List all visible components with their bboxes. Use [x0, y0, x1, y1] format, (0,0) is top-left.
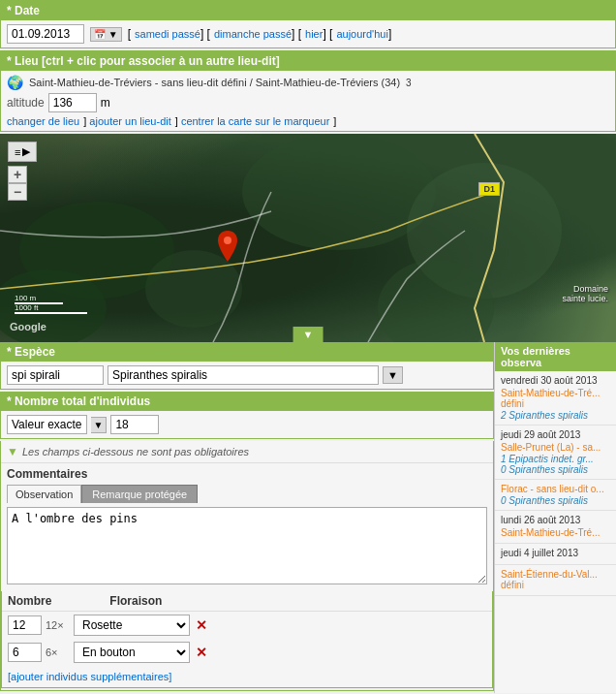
svg-text:100 m: 100 m [15, 294, 37, 302]
obs-entry-0: vendredi 30 août 2013 Saint-Mathieu-de-T… [495, 371, 616, 426]
triangle-icon: ▼ [7, 445, 18, 458]
left-panel: * Espèce ▼ * Nombre total d'individus Va… [0, 342, 494, 693]
lieu-header: * Lieu [ctrl + clic pour associer à un a… [1, 51, 615, 71]
date-link-1[interactable]: dimanche passé [214, 28, 292, 40]
nf-number-1[interactable] [8, 615, 42, 635]
nf-nombre-header: Nombre [8, 594, 51, 608]
lieu-content: altitude 🌍 Saint-Mathieu-de-Tréviers - s… [1, 71, 615, 131]
tab-observation[interactable]: Observation [7, 485, 81, 503]
zoom-out-button[interactable]: − [8, 183, 27, 201]
nf-row-2: 6× Rosette En bouton En fleur Fructifica… [2, 639, 492, 666]
nf-multiplier-2: 6× [46, 647, 70, 658]
valeur-select: Valeur exacte [7, 415, 87, 434]
add-individu-link[interactable]: [ajouter individus supplémentaires] [8, 671, 171, 682]
nf-floraison-select-2[interactable]: Rosette En bouton En fleur Fructificatio… [74, 642, 190, 663]
date-header: * Date [1, 1, 615, 20]
date-input[interactable] [7, 24, 84, 44]
espece-dropdown-button[interactable]: ▼ [383, 366, 403, 384]
obs-entry-4: jeudi 4 juillet 2013 [495, 544, 616, 565]
obs-entry-1: jeudi 29 août 2013 Salle-Prunet (La) - s… [495, 426, 616, 480]
date-row: 📅 ▼ [samedi passé] [dimanche passé] [hie… [1, 20, 615, 47]
commentaires-label: Commentaires [7, 467, 487, 481]
individus-section: * Nombre total d'individus Valeur exacte… [0, 392, 494, 439]
lieu-row: 🌍 Saint-Mathieu-de-Tréviers - sans lieu-… [7, 75, 609, 90]
obs-entry-2: Florac - sans lieu-dit o... 0 Spiranthes… [495, 480, 616, 511]
lieu-links: changer de lieu] ajouter un lieu-dit] ce… [7, 115, 609, 127]
svg-text:1000 ft: 1000 ft [15, 303, 39, 312]
espece-section: * Espèce ▼ [0, 342, 494, 390]
nf-delete-2[interactable]: ✕ [196, 645, 207, 660]
obs-species-0-0: 2 Spiranthes spiralis [501, 410, 610, 421]
page-number: 3 [406, 78, 412, 88]
lieu-section: * Lieu [ctrl + clic pour associer à un a… [0, 50, 616, 132]
nf-number-2[interactable] [8, 643, 42, 662]
date-link-3[interactable]: aujourd'hui [336, 28, 387, 40]
obs-location-0: Saint-Mathieu-de-Tré... défini [501, 388, 610, 409]
lieu-location-text: Saint-Mathieu-de-Tréviers - sans lieu-di… [29, 77, 400, 88]
individus-count-input[interactable] [110, 415, 159, 434]
map-roads-svg: 100 m 1000 ft [0, 134, 616, 342]
centrer-carte-link[interactable]: centrer la carte sur le marqueur [181, 115, 329, 127]
espece-header: * Espèce [1, 342, 493, 362]
nf-floraison-header: Floraison [109, 594, 162, 608]
obs-location-3: Saint-Mathieu-de-Tré... [501, 527, 610, 538]
altitude-label2: altitude [7, 96, 45, 110]
dropdown-icon: ▼ [108, 29, 118, 40]
obs-location-5: Saint-Étienne-du-Val... défini [501, 569, 610, 590]
obs-species-2-0: 0 Spiranthes spiralis [501, 495, 610, 506]
calendar-icon: 📅 [94, 29, 106, 40]
map-wrapper: 100 m 1000 ft ≡ ▶ + − D1 Do [0, 134, 616, 342]
optional-text: Les champs ci-dessous ne sont pas obliga… [22, 446, 249, 457]
changer-lieu-link[interactable]: changer de lieu [7, 115, 79, 127]
map-zoom-controls: + − [8, 166, 37, 201]
valeur-dropdown-button[interactable]: ▼ [91, 417, 108, 433]
date-section: * Date 📅 ▼ [samedi passé] [dimanche pass… [0, 0, 616, 48]
domaine-label: Domainesainte lucie. [562, 284, 608, 303]
nf-row-1: 12× Rosette En bouton En fleur Fructific… [2, 612, 492, 639]
obs-date-4: jeudi 4 juillet 2013 [501, 548, 610, 558]
map-controls: ≡ ▶ + − [8, 142, 37, 201]
nf-floraison-select-1[interactable]: Rosette En bouton En fleur Fructificatio… [74, 615, 190, 636]
map-satellite: 100 m 1000 ft [0, 134, 616, 342]
layer-dropdown-icon: ▶ [22, 145, 30, 158]
obs-entry-5: Saint-Étienne-du-Val... défini [495, 565, 616, 596]
zoom-in-button[interactable]: + [8, 166, 27, 183]
obs-species-1-1: 0 Spiranthes spiralis [501, 464, 610, 475]
date-links: [samedi passé] [dimanche passé] [hier] [… [128, 27, 392, 41]
individus-content: Valeur exacte ▼ [1, 411, 493, 438]
date-link-2[interactable]: hier [305, 28, 323, 40]
nf-multiplier-1: 12× [46, 619, 70, 631]
map-collapse-button[interactable]: ▼ [293, 327, 323, 342]
add-individu-row: [ajouter individus supplémentaires] [2, 666, 492, 687]
valeur-label: Valeur exacte [12, 418, 82, 431]
altitude-input-row: altitude m [7, 93, 609, 112]
obs-entry-3: lundi 26 août 2013 Saint-Mathieu-de-Tré.… [495, 511, 616, 544]
layers-icon: ≡ [15, 146, 20, 158]
nf-header-row: Nombre Floraison [2, 591, 492, 612]
obs-species-1-0: 1 Epipactis indet. gr... [501, 454, 610, 464]
espece-result-input[interactable] [108, 365, 379, 385]
nombre-floraison-section: Nombre Floraison 12× Rosette En bouton E… [1, 591, 493, 688]
optional-section: ▼ Les champs ci-dessous ne sont pas obli… [0, 441, 494, 691]
google-logo: Google [10, 321, 46, 332]
map-layer-button[interactable]: ≡ ▶ [8, 142, 37, 162]
calendar-button[interactable]: 📅 ▼ [90, 27, 122, 42]
altitude-unit: m [101, 96, 110, 110]
pin-svg [218, 231, 237, 262]
individus-header: * Nombre total d'individus [1, 392, 493, 411]
obs-date-1: jeudi 29 août 2013 [501, 429, 610, 440]
obs-date-0: vendredi 30 août 2013 [501, 375, 610, 386]
map-container[interactable]: 100 m 1000 ft ≡ ▶ + − D1 Do [0, 134, 616, 342]
obs-date-3: lundi 26 août 2013 [501, 515, 610, 525]
observation-textarea[interactable]: A l'ombre des pins [7, 507, 487, 584]
espece-search-input[interactable] [7, 365, 104, 385]
commentaires-section: Commentaires Observation Remarque protég… [1, 463, 493, 591]
right-panel-header: Vos dernières observa [495, 342, 616, 371]
tab-remarque-protegee[interactable]: Remarque protégée [81, 485, 198, 503]
main-content: * Espèce ▼ * Nombre total d'individus Va… [0, 342, 616, 693]
optional-header[interactable]: ▼ Les champs ci-dessous ne sont pas obli… [1, 441, 493, 463]
altitude-input[interactable] [48, 93, 97, 112]
nf-delete-1[interactable]: ✕ [196, 617, 207, 633]
date-link-0[interactable]: samedi passé [135, 28, 200, 40]
ajouter-lieu-dit-link[interactable]: ajouter un lieu-dit [89, 115, 170, 127]
